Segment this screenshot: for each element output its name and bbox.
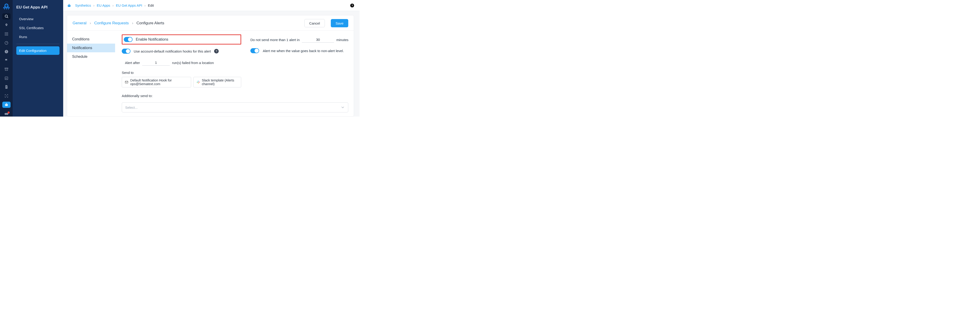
hook-chip-label: Default Notification Hook for ops@Semate…	[130, 79, 188, 86]
crumb-synthetics[interactable]: Synthetics	[75, 3, 91, 7]
default-hooks-label: Use account-default notification hooks f…	[134, 49, 211, 53]
sidebar-item-runs[interactable]: Runs	[16, 33, 59, 41]
throttle-prefix: Do not send more than 1 alert in	[250, 38, 299, 42]
game-icon[interactable]	[2, 111, 11, 117]
gauge-icon[interactable]	[2, 40, 11, 46]
svg-rect-28	[68, 5, 70, 7]
svg-rect-8	[6, 34, 7, 35]
svg-rect-19	[6, 86, 7, 87]
svg-rect-25	[6, 103, 6, 104]
tab-configure-alerts: Configure Alerts	[137, 21, 164, 25]
additional-send-label: Additionally send to:	[122, 94, 241, 98]
section-tab-notifications[interactable]: Notifications	[67, 44, 115, 52]
section-tab-schedule[interactable]: Schedule	[67, 52, 115, 61]
cancel-button[interactable]: Cancel	[304, 19, 325, 27]
svg-rect-9	[7, 34, 8, 35]
svg-rect-7	[5, 34, 5, 35]
svg-point-26	[5, 104, 6, 105]
svg-rect-6	[7, 33, 8, 33]
svg-rect-30	[69, 4, 69, 5]
chevron-down-icon	[341, 105, 345, 109]
tab-configure-requests[interactable]: Configure Requests	[94, 21, 129, 25]
additional-hooks-select[interactable]: Select...	[122, 102, 348, 112]
recovery-alert-toggle[interactable]	[250, 48, 259, 53]
hook-chip-slack[interactable]: Slack template (Alerts channel)	[193, 77, 241, 87]
slack-icon	[196, 80, 200, 84]
svg-text:?: ?	[351, 4, 353, 7]
content-card: General › Configure Requests › Configure…	[67, 15, 354, 117]
sidebar: EU Get Apps API Overview SSL Certificate…	[13, 0, 63, 117]
svg-rect-15	[6, 51, 7, 52]
flag-icon[interactable]	[2, 58, 11, 64]
svg-rect-23	[5, 104, 8, 106]
help-icon[interactable]: ?	[350, 3, 355, 8]
sidebar-divider	[16, 44, 59, 44]
notification-dot-icon	[8, 112, 10, 114]
svg-rect-5	[6, 33, 7, 33]
svg-rect-12	[7, 35, 8, 36]
enable-notifications-label: Enable Notifications	[136, 37, 168, 41]
alert-after-suffix: run(s) failed from a location	[172, 61, 214, 65]
svg-rect-20	[6, 87, 7, 87]
brand-logo-icon[interactable]	[3, 2, 10, 11]
capture-icon[interactable]	[2, 93, 11, 99]
alert-after-prefix: Alert after	[125, 61, 140, 65]
enable-notifications-toggle[interactable]	[124, 37, 132, 42]
chevron-right-icon: ›	[113, 3, 114, 7]
icon-rail	[0, 0, 13, 117]
chevron-right-icon: ›	[93, 3, 94, 7]
save-button[interactable]: Save	[331, 19, 348, 27]
bar-chart-icon[interactable]	[2, 75, 11, 81]
throttle-input[interactable]	[302, 37, 334, 43]
mail-icon	[125, 80, 129, 84]
svg-rect-39	[199, 82, 200, 82]
breadcrumb-robot-icon	[67, 3, 72, 8]
crumb-app[interactable]: EU Get Apps API	[116, 3, 142, 7]
alert-icon[interactable]	[2, 49, 11, 55]
notification-hooks-list: Default Notification Hook for ops@Semate…	[122, 77, 241, 87]
archive-icon[interactable]	[2, 66, 11, 73]
send-to-label: Send to	[122, 71, 241, 74]
svg-rect-36	[198, 81, 198, 82]
tab-general[interactable]: General	[73, 21, 86, 25]
sidebar-item-ssl[interactable]: SSL Certificates	[16, 24, 59, 32]
throttle-unit: minutes	[336, 38, 348, 42]
search-icon[interactable]	[2, 13, 11, 19]
chevron-right-icon: ›	[145, 3, 146, 7]
svg-rect-10	[5, 35, 5, 36]
hook-chip-default[interactable]: Default Notification Hook for ops@Semate…	[122, 77, 191, 87]
svg-rect-11	[6, 35, 7, 36]
svg-rect-38	[198, 82, 199, 84]
robot-icon[interactable]	[2, 102, 11, 108]
breadcrumb: Synthetics › EU Apps › EU Get Apps API ›…	[63, 0, 360, 11]
svg-point-27	[7, 104, 7, 105]
svg-point-1	[5, 5, 6, 5]
svg-point-2	[7, 5, 7, 5]
svg-point-0	[5, 4, 8, 7]
main: Synthetics › EU Apps › EU Get Apps API ›…	[63, 0, 360, 117]
svg-point-32	[69, 5, 70, 6]
svg-rect-16	[6, 52, 7, 53]
alert-after-input[interactable]	[142, 60, 170, 66]
crumb-current: Edit	[148, 3, 154, 7]
sidebar-item-edit-config[interactable]: Edit Configuration	[16, 46, 59, 55]
grid-icon[interactable]	[2, 31, 11, 37]
hook-chip-label: Slack template (Alerts channel)	[202, 79, 238, 86]
section-tab-conditions[interactable]: Conditions	[67, 35, 115, 44]
document-icon[interactable]	[2, 84, 11, 90]
chevron-right-icon: ›	[132, 21, 133, 25]
svg-point-22	[6, 95, 7, 96]
default-hooks-toggle[interactable]	[122, 49, 130, 54]
recovery-alert-label: Alert me when the value goes back to non…	[263, 49, 344, 53]
sidebar-item-overview[interactable]: Overview	[16, 15, 59, 23]
crumb-eu-apps[interactable]: EU Apps	[97, 3, 110, 7]
rocket-icon[interactable]	[2, 22, 11, 28]
section-tabs: Conditions Notifications Schedule	[67, 31, 115, 100]
enable-notifications-highlight: Enable Notifications	[122, 35, 241, 44]
svg-rect-37	[197, 82, 198, 82]
chevron-right-icon: ›	[89, 21, 91, 25]
svg-point-31	[68, 5, 69, 6]
help-tooltip-icon[interactable]: ?	[214, 49, 219, 54]
select-placeholder: Select...	[125, 106, 138, 109]
svg-rect-4	[5, 33, 5, 33]
